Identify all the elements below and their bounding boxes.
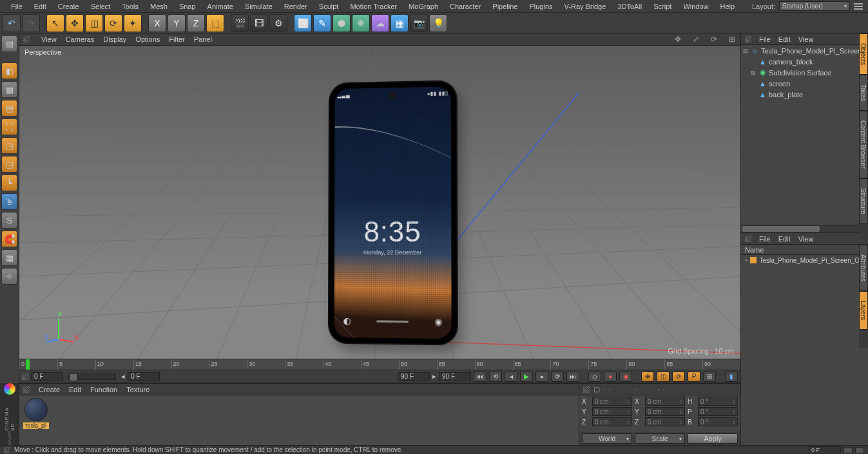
lasttool-button[interactable]: ✦ <box>124 14 142 32</box>
make-editable-button[interactable]: ▧ <box>1 35 17 52</box>
coord-mode-dropdown[interactable]: Scale <box>635 433 685 444</box>
rotate-tool-button[interactable]: ⟳ <box>104 14 122 32</box>
mat-menu-create[interactable]: Create <box>39 386 60 393</box>
prev-key-button[interactable]: ⟲ <box>489 372 502 382</box>
grip-icon[interactable] <box>583 386 590 393</box>
vp-menu-display[interactable]: Display <box>103 35 126 43</box>
lay-menu-file[interactable]: File <box>759 235 771 243</box>
locked-wp-button[interactable]: ▦ <box>1 249 17 266</box>
cube-primitive-button[interactable]: ⬜ <box>294 14 312 32</box>
phone-model[interactable]: 8:35 Monday, 22 December ◐ ◉ ▂▃▄ ◂▮▮ ▮▮▯ <box>329 81 457 344</box>
tweak-button[interactable]: 🖱 <box>1 193 17 210</box>
tree-row[interactable]: back_plate <box>741 89 868 100</box>
menu-create[interactable]: Create <box>52 3 85 10</box>
grip-icon[interactable] <box>745 36 751 43</box>
vp-menu-cameras[interactable]: Cameras <box>66 35 95 43</box>
key-param-button[interactable]: P <box>688 372 700 382</box>
viewport-canvas[interactable]: Perspective Grid Spacing : 10 cm 8:35 Mo… <box>19 46 740 359</box>
scale-tool-button[interactable]: ◫ <box>85 14 103 32</box>
axis-mode-button[interactable]: ┗ <box>1 175 17 191</box>
key-pla-button[interactable]: ⊞ <box>703 372 716 382</box>
menu-motiontracker[interactable]: Motion Tracker <box>344 3 403 10</box>
timeline-total-field[interactable]: 90 F <box>439 372 471 381</box>
snap-toggle-button[interactable]: 🧲 <box>1 231 17 247</box>
vp-nav-pan-icon[interactable]: ✥ <box>673 35 682 44</box>
record-button[interactable]: ◇ <box>588 372 601 382</box>
status-frame-field[interactable]: 0 F <box>809 446 841 453</box>
layout-dropdown[interactable]: Startup (User) <box>779 1 850 11</box>
coord-input[interactable]: 0 cm <box>592 407 632 416</box>
menu-vraybridge[interactable]: V-Ray Bridge <box>559 3 612 10</box>
menu-help[interactable]: Help <box>715 3 741 10</box>
next-key-button[interactable]: ⟳ <box>551 372 564 382</box>
poly-mode-button[interactable]: ◲ <box>1 156 17 173</box>
object-tree[interactable]: ⊟Tesla_Phone_Model_Pi_Screen_Oncamera_bl… <box>741 45 868 225</box>
goto-end-button[interactable]: ⏭ <box>566 372 579 382</box>
rtab-content[interactable]: Content Browser <box>859 111 868 178</box>
menu-3dtoall[interactable]: 3DToAll <box>612 3 648 10</box>
timeline-start-field[interactable]: 0 F <box>31 372 63 381</box>
obj-menu-view[interactable]: View <box>798 35 814 43</box>
axis-y-button[interactable]: Y <box>168 14 186 32</box>
menu-script[interactable]: Script <box>648 3 677 10</box>
menu-mesh[interactable]: Mesh <box>144 3 173 10</box>
texture-mode-button[interactable]: ▩ <box>1 81 17 98</box>
tree-row[interactable]: ⊞Subdivision Surface <box>741 67 868 78</box>
key-sel-button[interactable]: ▮ <box>725 372 738 382</box>
lay-menu-view[interactable]: View <box>798 235 814 243</box>
coord-space-dropdown[interactable]: World <box>582 433 632 444</box>
coord-input[interactable]: 0 cm <box>592 397 632 406</box>
axis-z-button[interactable]: Z <box>187 14 205 32</box>
timeline-end-field[interactable]: 90 F <box>398 372 430 381</box>
mat-menu-texture[interactable]: Texture <box>126 386 149 393</box>
grip-icon[interactable] <box>4 447 10 453</box>
coord-input[interactable]: 0 cm <box>645 397 685 406</box>
mat-menu-edit[interactable]: Edit <box>69 386 81 393</box>
prev-frame-button[interactable]: ◂ <box>505 372 517 382</box>
deformer-button[interactable]: ❋ <box>352 14 370 32</box>
menu-pipeline[interactable]: Pipeline <box>487 3 523 10</box>
rtab-takes[interactable]: Takes <box>859 75 868 111</box>
material-list[interactable]: Tesla_pl <box>19 395 579 445</box>
menu-window[interactable]: Window <box>677 3 714 10</box>
light-button[interactable]: 📷 <box>410 14 428 32</box>
coord-system-button[interactable]: ⬚ <box>206 14 224 32</box>
move-tool-button[interactable]: ✥ <box>66 14 84 32</box>
mat-menu-function[interactable]: Function <box>90 386 117 393</box>
menu-plugins[interactable]: Plugins <box>523 3 558 10</box>
axis-x-button[interactable]: X <box>148 14 166 32</box>
edge-mode-button[interactable]: ◳ <box>1 137 17 154</box>
status-icon[interactable] <box>844 447 853 453</box>
menu-render[interactable]: Render <box>278 3 313 10</box>
obj-menu-file[interactable]: File <box>759 35 771 43</box>
timeline-ruler[interactable]: 051015202530354045505560657075808590 <box>19 359 740 370</box>
obj-menu-edit[interactable]: Edit <box>778 35 791 43</box>
tree-twisty-icon[interactable]: ⊞ <box>750 70 757 76</box>
key-scale-button[interactable]: ◫ <box>657 372 670 382</box>
menu-snap[interactable]: Snap <box>173 3 202 10</box>
rtab-structure[interactable]: Structure <box>859 178 868 224</box>
vp-menu-panel[interactable]: Panel <box>194 35 212 43</box>
snap-s-button[interactable]: S <box>1 212 17 229</box>
layers-list[interactable]: └ Tesla_Phone_Model_Pi_Screen_On <box>741 255 868 445</box>
axis-gizmo[interactable]: YXZ <box>43 314 75 346</box>
tree-row[interactable]: ⊟Tesla_Phone_Model_Pi_Screen_On <box>741 45 868 56</box>
coord-input[interactable]: 0 ° <box>698 397 738 406</box>
menu-simulate[interactable]: Simulate <box>239 3 278 10</box>
grip-icon[interactable] <box>745 236 751 242</box>
grip-icon[interactable] <box>22 374 28 380</box>
vp-nav-orbit-icon[interactable]: ⟳ <box>709 35 719 44</box>
material-item[interactable]: Tesla_pl <box>22 398 50 429</box>
timeline-cur-field[interactable]: 0 F <box>128 372 160 381</box>
menu-select[interactable]: Select <box>85 3 117 10</box>
rtab-objects[interactable]: Objects <box>859 33 868 75</box>
tree-row[interactable]: screen <box>741 78 868 89</box>
play-button[interactable]: ▶ <box>520 372 533 382</box>
layer-item[interactable]: └ Tesla_Phone_Model_Pi_Screen_On <box>741 255 868 265</box>
next-frame-button[interactable]: ▸ <box>535 372 548 382</box>
coord-input[interactable]: 0 ° <box>698 417 738 426</box>
grip-icon[interactable] <box>23 386 30 393</box>
status-icon[interactable] <box>855 447 864 453</box>
generator-button[interactable]: ⬢ <box>333 14 351 32</box>
timeline-range-slider[interactable] <box>68 374 116 380</box>
